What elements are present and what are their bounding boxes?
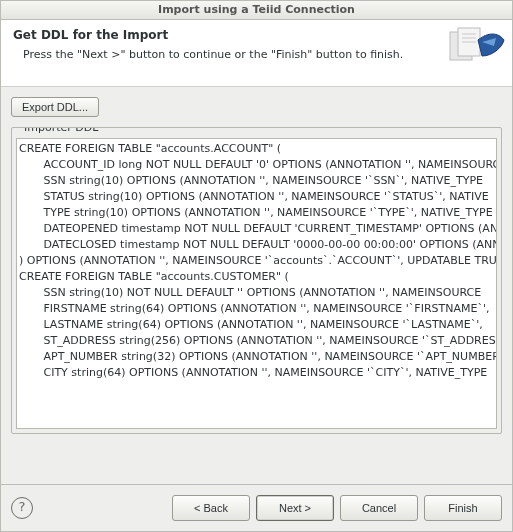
ddl-line: CITY string(64) OPTIONS (ANNOTATION '', …: [19, 365, 492, 381]
cancel-button[interactable]: Cancel: [340, 495, 418, 521]
window-title: Import using a Teiid Connection: [1, 1, 512, 20]
wizard-window: Import using a Teiid Connection Get DDL …: [0, 0, 513, 532]
ddl-line: CREATE FOREIGN TABLE "accounts.CUSTOMER"…: [19, 269, 492, 285]
wizard-banner: Get DDL for the Import Press the "Next >…: [1, 20, 512, 87]
ddl-line: DATECLOSED timestamp NOT NULL DEFAULT '0…: [19, 237, 492, 253]
ddl-line: ACCOUNT_ID long NOT NULL DEFAULT '0' OPT…: [19, 157, 492, 173]
wizard-content: Export DDL... Importer DDL CREATE FOREIG…: [1, 87, 512, 444]
ddl-line: SSN string(10) OPTIONS (ANNOTATION '', N…: [19, 173, 492, 189]
ddl-line: CREATE FOREIGN TABLE "accounts.ACCOUNT" …: [19, 141, 492, 157]
ddl-line: SSN string(10) NOT NULL DEFAULT '' OPTIO…: [19, 285, 492, 301]
wizard-icon: [448, 26, 506, 66]
ddl-line: ST_ADDRESS string(256) OPTIONS (ANNOTATI…: [19, 333, 492, 349]
finish-button[interactable]: Finish: [424, 495, 502, 521]
ddl-line: ) OPTIONS (ANNOTATION '', NAMEINSOURCE '…: [19, 253, 492, 269]
ddl-line: DATEOPENED timestamp NOT NULL DEFAULT 'C…: [19, 221, 492, 237]
ddl-textarea[interactable]: CREATE FOREIGN TABLE "accounts.ACCOUNT" …: [16, 138, 497, 429]
ddl-line: LASTNAME string(64) OPTIONS (ANNOTATION …: [19, 317, 492, 333]
next-button[interactable]: Next >: [256, 495, 334, 521]
wizard-button-bar: ? < Back Next > Cancel Finish: [1, 484, 512, 531]
ddl-line: STATUS string(10) OPTIONS (ANNOTATION ''…: [19, 189, 492, 205]
ddl-line: FIRSTNAME string(64) OPTIONS (ANNOTATION…: [19, 301, 492, 317]
back-button[interactable]: < Back: [172, 495, 250, 521]
spacer: [1, 444, 512, 484]
help-button[interactable]: ?: [11, 497, 33, 519]
importer-ddl-label: Importer DDL: [20, 127, 102, 134]
ddl-line: APT_NUMBER string(32) OPTIONS (ANNOTATIO…: [19, 349, 492, 365]
importer-ddl-group: Importer DDL CREATE FOREIGN TABLE "accou…: [11, 127, 502, 434]
ddl-line: TYPE string(10) OPTIONS (ANNOTATION '', …: [19, 205, 492, 221]
banner-heading: Get DDL for the Import: [13, 28, 500, 42]
banner-subtext: Press the "Next >" button to continue or…: [13, 48, 500, 61]
export-ddl-button[interactable]: Export DDL...: [11, 97, 99, 117]
